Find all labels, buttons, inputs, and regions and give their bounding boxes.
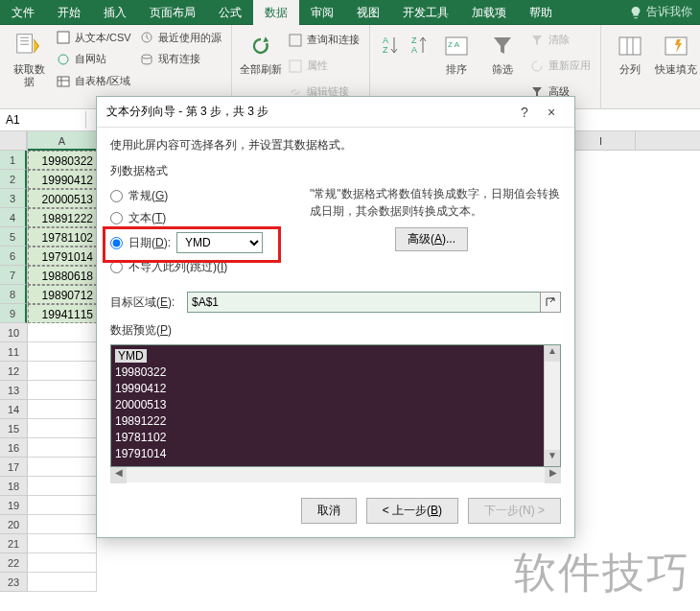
cell[interactable]: [28, 400, 97, 419]
cell[interactable]: [28, 573, 97, 592]
range-picker-button[interactable]: [540, 292, 561, 313]
row-header[interactable]: 7: [0, 266, 27, 285]
tab-file[interactable]: 文件: [0, 0, 46, 25]
sort-button[interactable]: Z A 排序: [433, 27, 479, 105]
row-header[interactable]: 15: [0, 419, 27, 438]
radio-text[interactable]: [110, 212, 123, 224]
destination-input[interactable]: [187, 292, 541, 313]
cell[interactable]: [28, 534, 97, 553]
row-header[interactable]: 18: [0, 477, 27, 496]
scroll-right-icon[interactable]: ▶: [545, 467, 561, 483]
cancel-button[interactable]: 取消: [301, 498, 357, 524]
cell[interactable]: 19980322: [28, 151, 97, 170]
sort-za-button[interactable]: ZA: [405, 27, 433, 105]
cell[interactable]: [28, 419, 97, 438]
cell[interactable]: [28, 553, 97, 573]
cell[interactable]: [28, 458, 97, 477]
preview-hscroll[interactable]: ◀ ▶: [110, 466, 561, 482]
date-format-combo[interactable]: YMD: [176, 232, 263, 253]
radio-general[interactable]: [110, 190, 123, 202]
scroll-up-icon[interactable]: ▲: [545, 345, 560, 362]
preview-line: 19781102: [115, 430, 556, 446]
radio-date[interactable]: [110, 237, 123, 249]
row-header[interactable]: 19: [0, 496, 27, 515]
tab-data[interactable]: 数据: [253, 0, 299, 25]
radio-skip[interactable]: [110, 261, 123, 273]
row-header[interactable]: 2: [0, 170, 27, 189]
row-header[interactable]: 9: [0, 304, 27, 323]
cell[interactable]: 19941115: [28, 304, 97, 323]
row-header[interactable]: 14: [0, 400, 27, 419]
refresh-all-button[interactable]: 全部刷新: [238, 27, 284, 105]
tab-home[interactable]: 开始: [46, 0, 92, 25]
cell[interactable]: [28, 496, 97, 515]
sort-az-button[interactable]: AZ: [376, 27, 405, 105]
tab-addin[interactable]: 加载项: [460, 0, 518, 25]
cell[interactable]: 19891222: [28, 208, 97, 227]
filter-button[interactable]: 筛选: [479, 27, 525, 105]
format-help-text: "常规"数据格式将数值转换成数字，日期值会转换成日期，其余数据则转换成文本。: [302, 185, 561, 220]
help-button[interactable]: ?: [511, 105, 538, 120]
row-header[interactable]: 10: [0, 323, 27, 342]
from-csv-button[interactable]: 从文本/CSV: [52, 29, 135, 46]
from-range-button[interactable]: 自表格/区域: [52, 73, 135, 90]
queries-button[interactable]: 查询和连接: [284, 32, 363, 49]
preview-vscroll[interactable]: ▲ ▼: [544, 345, 560, 466]
advanced-button[interactable]: 高级(A)...: [395, 227, 468, 251]
back-button[interactable]: < 上一步(B): [366, 498, 458, 524]
text-to-columns-button[interactable]: 分列: [607, 27, 653, 105]
tell-me[interactable]: 告诉我你: [621, 4, 700, 20]
cell[interactable]: [28, 323, 97, 342]
tab-layout[interactable]: 页面布局: [138, 0, 207, 25]
cell[interactable]: [28, 362, 97, 381]
preview-col-header: YMD: [115, 349, 147, 363]
col-header-a[interactable]: A: [28, 131, 97, 151]
cell[interactable]: 19990412: [28, 170, 97, 189]
row-header[interactable]: 3: [0, 189, 27, 208]
col-header-i[interactable]: I: [567, 131, 636, 151]
row-header[interactable]: 11: [0, 342, 27, 362]
row-header[interactable]: 20: [0, 515, 27, 534]
recent-sources-button[interactable]: 最近使用的源: [135, 29, 225, 46]
row-header[interactable]: 23: [0, 573, 27, 592]
row-header[interactable]: 6: [0, 247, 27, 266]
preview-line: 19980322: [115, 364, 556, 381]
tab-review[interactable]: 审阅: [299, 0, 345, 25]
name-box[interactable]: A1: [0, 111, 86, 129]
scroll-left-icon[interactable]: ◀: [110, 467, 127, 483]
cell[interactable]: [28, 381, 97, 400]
dialog-title: 文本分列向导 - 第 3 步，共 3 步: [106, 104, 268, 120]
flash-fill-button[interactable]: 快速填充: [653, 27, 699, 105]
row-header[interactable]: 1: [0, 151, 27, 170]
cell[interactable]: 19880618: [28, 266, 97, 285]
existing-conn-button[interactable]: 现有连接: [135, 51, 225, 68]
get-data-button[interactable]: 获取数 据: [6, 27, 52, 92]
row-header[interactable]: 5: [0, 227, 27, 247]
row-header[interactable]: 22: [0, 553, 27, 573]
cell[interactable]: 19791014: [28, 247, 97, 266]
cell[interactable]: 19890712: [28, 285, 97, 304]
row-header[interactable]: 17: [0, 458, 27, 477]
cell[interactable]: [28, 342, 97, 362]
tab-help[interactable]: 帮助: [518, 0, 564, 25]
row-header[interactable]: 12: [0, 362, 27, 381]
scroll-down-icon[interactable]: ▼: [545, 450, 560, 466]
row-header[interactable]: 21: [0, 534, 27, 553]
tab-dev[interactable]: 开发工具: [391, 0, 460, 25]
tab-view[interactable]: 视图: [345, 0, 391, 25]
tab-insert[interactable]: 插入: [92, 0, 138, 25]
from-web-button[interactable]: 自网站: [52, 51, 135, 68]
row-header[interactable]: 4: [0, 208, 27, 227]
row-header[interactable]: 8: [0, 285, 27, 304]
row-header[interactable]: 13: [0, 381, 27, 400]
row-header[interactable]: 16: [0, 438, 27, 458]
cell[interactable]: 20000513: [28, 189, 97, 208]
svg-rect-14: [619, 37, 641, 55]
cell[interactable]: [28, 438, 97, 458]
select-all-corner[interactable]: [0, 131, 27, 151]
tab-formula[interactable]: 公式: [207, 0, 253, 25]
cell[interactable]: 19781102: [28, 227, 97, 247]
cell[interactable]: [28, 515, 97, 534]
cell[interactable]: [28, 477, 97, 496]
close-button[interactable]: ×: [538, 105, 565, 120]
